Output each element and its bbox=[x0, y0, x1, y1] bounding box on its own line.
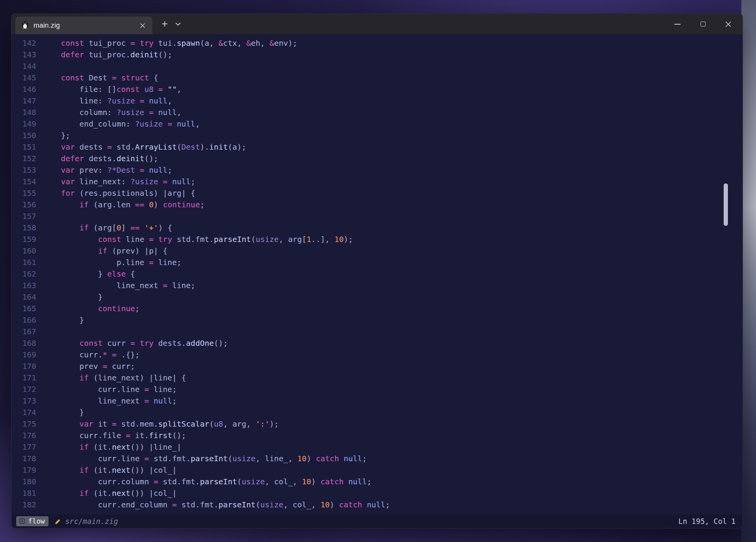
maximize-button[interactable] bbox=[693, 14, 713, 34]
code-text: } else { bbox=[42, 268, 135, 280]
tab-title: main.zig bbox=[33, 22, 134, 30]
line-number: 148 bbox=[12, 107, 36, 118]
line-number: 144 bbox=[12, 60, 36, 72]
code-text: var dests = std.ArrayList(Dest).init(a); bbox=[42, 141, 246, 153]
line-number: 182 bbox=[12, 499, 36, 510]
code-line: 151 var dests = std.ArrayList(Dest).init… bbox=[12, 141, 743, 153]
app-name: flow bbox=[28, 517, 45, 525]
code-text: const line = try std.fmt.parseInt(usize,… bbox=[42, 233, 353, 245]
code-line: 176 curr.file = it.first(); bbox=[12, 430, 743, 441]
code-line: 177 if (it.next()) |line_| bbox=[12, 441, 743, 453]
line-number: 151 bbox=[12, 141, 36, 153]
line-number: 174 bbox=[12, 407, 36, 418]
cursor-position[interactable]: Ln 195, Col 1 bbox=[678, 517, 736, 525]
tab-list-chevron-icon[interactable] bbox=[175, 22, 181, 26]
line-number: 143 bbox=[12, 49, 36, 60]
code-line: 160 if (prev) |p| { bbox=[12, 245, 743, 257]
code-line: 180 curr.column = std.fmt.parseInt(usize… bbox=[12, 476, 743, 487]
code-line: 149 end_column: ?usize = null, bbox=[12, 118, 743, 130]
line-number: 179 bbox=[12, 464, 36, 476]
code-line: 155 for (res.positionals) |arg| { bbox=[12, 187, 743, 199]
code-text: var it = std.mem.splitScalar(u8, arg, ':… bbox=[42, 418, 279, 430]
line-number: 166 bbox=[12, 314, 36, 326]
line-number: 153 bbox=[12, 164, 36, 176]
line-number: 160 bbox=[12, 245, 36, 257]
code-text: prev = curr; bbox=[42, 360, 135, 372]
code-text: if (arg.len == 0) continue; bbox=[42, 199, 205, 210]
code-line: 168 const curr = try dests.addOne(); bbox=[12, 337, 743, 349]
code-text: var prev: ?*Dest = null; bbox=[42, 164, 172, 176]
close-button[interactable] bbox=[719, 14, 738, 34]
code-text: p.line = line; bbox=[42, 257, 181, 268]
maximize-icon bbox=[701, 22, 706, 27]
line-number: 163 bbox=[12, 280, 36, 291]
code-text: } bbox=[42, 314, 84, 326]
code-text: end_column: ?usize = null, bbox=[42, 118, 200, 130]
status-bar: flow src/main.zig Ln 195, Col 1 bbox=[12, 514, 743, 528]
code-text: if (it.next()) |line_| bbox=[42, 441, 181, 453]
code-line: 156 if (arg.len == 0) continue; bbox=[12, 199, 743, 210]
line-number: 181 bbox=[12, 487, 36, 499]
code-text: defer dests.deinit(); bbox=[42, 153, 158, 164]
line-number: 152 bbox=[12, 153, 36, 164]
code-text: continue; bbox=[42, 303, 140, 314]
code-line: 150 }; bbox=[12, 130, 743, 141]
flow-mode-chip[interactable]: flow bbox=[16, 516, 49, 526]
line-number: 155 bbox=[12, 187, 36, 199]
code-editor[interactable]: 142 const tui_proc = try tui.spawn(a, &c… bbox=[12, 34, 743, 514]
line-number: 173 bbox=[12, 395, 36, 407]
code-line: 157 bbox=[12, 210, 743, 222]
close-icon bbox=[725, 21, 731, 27]
titlebar: main.zig + bbox=[12, 14, 743, 34]
minimize-icon bbox=[674, 24, 681, 25]
code-text: curr.* = .{}; bbox=[42, 349, 140, 360]
new-tab-button[interactable]: + bbox=[159, 19, 171, 29]
code-line: 164 } bbox=[12, 291, 743, 303]
code-line: 174 } bbox=[12, 407, 743, 418]
code-text: if (arg[0] == '+') { bbox=[42, 222, 172, 233]
code-line: 181 if (it.next()) |col_| bbox=[12, 487, 743, 499]
line-number: 180 bbox=[12, 476, 36, 487]
scrollbar-thumb[interactable] bbox=[724, 183, 728, 226]
code-line: 161 p.line = line; bbox=[12, 257, 743, 268]
line-number: 149 bbox=[12, 118, 36, 130]
code-line: 144 bbox=[12, 60, 743, 72]
code-line: 159 const line = try std.fmt.parseInt(us… bbox=[12, 233, 743, 245]
line-number: 170 bbox=[12, 360, 36, 372]
code-text: curr.file = it.first(); bbox=[42, 430, 186, 441]
tab-close-icon[interactable] bbox=[138, 21, 147, 30]
code-text: for (res.positionals) |arg| { bbox=[42, 187, 195, 199]
minimize-button[interactable] bbox=[668, 14, 687, 34]
line-number: 178 bbox=[12, 453, 36, 464]
code-text: if (line_next) |line| { bbox=[42, 372, 186, 384]
code-line: 163 line_next = line; bbox=[12, 280, 743, 291]
code-text: curr.column = std.fmt.parseInt(usize, co… bbox=[42, 476, 371, 487]
line-number: 156 bbox=[12, 199, 36, 210]
code-line: 167 bbox=[12, 326, 743, 337]
line-number: 175 bbox=[12, 418, 36, 430]
code-line: 182 curr.end_column = std.fmt.parseInt(u… bbox=[12, 499, 743, 510]
line-number: 167 bbox=[12, 326, 36, 337]
code-text: }; bbox=[42, 130, 70, 141]
code-line: 170 prev = curr; bbox=[12, 360, 743, 372]
code-line: 158 if (arg[0] == '+') { bbox=[12, 222, 743, 233]
code-text: line: ?usize = null, bbox=[42, 95, 172, 107]
line-number: 159 bbox=[12, 233, 36, 245]
code-line: 178 curr.line = std.fmt.parseInt(usize, … bbox=[12, 453, 743, 464]
code-line: 146 file: []const u8 = "", bbox=[12, 83, 743, 95]
code-text: if (it.next()) |col_| bbox=[42, 487, 177, 499]
line-number: 146 bbox=[12, 83, 36, 95]
code-line: 169 curr.* = .{}; bbox=[12, 349, 743, 360]
line-number: 158 bbox=[12, 222, 36, 233]
line-number: 164 bbox=[12, 291, 36, 303]
code-text: const curr = try dests.addOne(); bbox=[42, 337, 228, 349]
tab-main-zig[interactable]: main.zig bbox=[15, 17, 152, 34]
code-text: } bbox=[42, 407, 84, 418]
window-controls bbox=[668, 14, 743, 34]
code-text: curr.line = line; bbox=[42, 384, 177, 395]
code-text: if (prev) |p| { bbox=[42, 245, 167, 257]
editor-window: main.zig + 142 const tui_proc = try tui.… bbox=[11, 13, 743, 529]
code-line: 142 const tui_proc = try tui.spawn(a, &c… bbox=[12, 37, 743, 49]
code-lines: 142 const tui_proc = try tui.spawn(a, &c… bbox=[12, 37, 743, 510]
code-line: 143 defer tui_proc.deinit(); bbox=[12, 49, 743, 60]
